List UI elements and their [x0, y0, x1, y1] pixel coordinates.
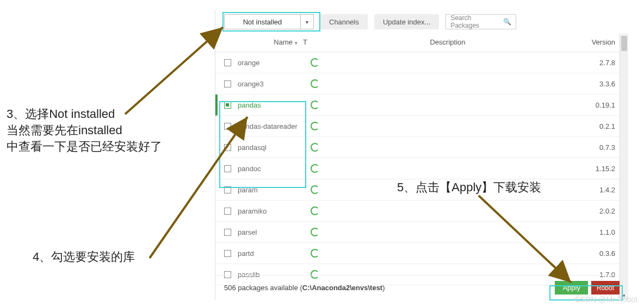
scrollbar-thumb[interactable] [621, 36, 627, 51]
table-row[interactable]: paramiko2.0.2 [215, 201, 628, 222]
package-name: orange3 [238, 80, 308, 88]
loading-icon [311, 249, 319, 258]
checkbox[interactable] [224, 165, 231, 172]
search-placeholder: Search Packages [450, 14, 500, 29]
package-panel: Not installed ▾ Channels Update index...… [215, 10, 628, 300]
table-row[interactable]: orange2.7.8 [215, 52, 628, 73]
annotation-4: 4、勾选要安装的库 [33, 249, 135, 265]
table-header: Name▾ T Description Version [215, 34, 628, 52]
checkbox[interactable] [224, 102, 231, 109]
package-version: 0.7.3 [599, 143, 620, 152]
checkbox[interactable] [224, 123, 231, 130]
checkbox[interactable] [224, 208, 231, 215]
annotation-3: 3、选择Not installed 当然需要先在installed 中查看一下是… [7, 106, 162, 155]
checkbox[interactable] [224, 229, 231, 236]
package-version: 1.1.0 [599, 228, 620, 236]
svg-line-0 [125, 27, 223, 114]
loading-icon [311, 228, 319, 236]
package-version: 0.19.1 [596, 101, 620, 109]
table-row[interactable]: pandoc1.15.2 [215, 158, 628, 179]
package-version: 1.15.2 [596, 165, 620, 173]
package-list: orange2.7.8orange33.3.6pandas0.19.1panda… [215, 52, 628, 286]
loading-icon [311, 122, 319, 130]
loading-icon [311, 101, 319, 109]
package-version: 0.2.1 [599, 122, 620, 130]
package-version: 2.0.2 [599, 207, 620, 215]
package-count: 506 packages available ( [224, 284, 302, 292]
update-index-button[interactable]: Update index... [374, 14, 439, 29]
package-version: 2.7.8 [599, 59, 620, 67]
col-name[interactable]: Name▾ [224, 38, 303, 46]
package-name: paramiko [238, 207, 308, 215]
col-description[interactable]: Description [319, 38, 576, 46]
scrollbar[interactable]: ▾ [620, 34, 628, 300]
checkbox[interactable] [224, 144, 231, 151]
checkbox[interactable] [224, 59, 231, 66]
filter-dropdown[interactable]: Not installed ▾ [224, 14, 314, 29]
package-version: 0.3.6 [599, 249, 620, 258]
package-name: partd [238, 249, 308, 258]
table-row[interactable]: partd0.3.6 [215, 243, 628, 264]
package-name: pandoc [238, 165, 308, 173]
package-name: parsel [238, 228, 308, 236]
filter-label: Not installed [225, 18, 300, 26]
loading-icon [311, 79, 319, 88]
search-input[interactable]: Search Packages 🔍 [445, 14, 516, 29]
package-name: pandas [238, 101, 308, 109]
watermark: CSDN @Mr Robot [575, 295, 637, 304]
package-name: orange [238, 59, 308, 67]
annotation-5: 5、点击【Apply】下载安装 [397, 179, 541, 196]
sort-arrow-icon: ▾ [295, 40, 298, 46]
status-bar: 506 packages available ( C:\Anaconda2\en… [215, 275, 628, 300]
env-path: C:\Anaconda2\envs\test [302, 284, 382, 292]
checkbox[interactable] [224, 80, 231, 87]
loading-icon [311, 143, 319, 152]
package-version: 1.4.2 [599, 186, 620, 194]
checkbox[interactable] [224, 186, 231, 193]
table-row[interactable]: pandas-datareader0.2.1 [215, 116, 628, 137]
package-name: param [238, 186, 308, 194]
loading-icon [311, 185, 319, 194]
table-row[interactable]: orange33.3.6 [215, 73, 628, 95]
search-icon: 🔍 [503, 18, 511, 26]
cancel-button[interactable]: Robot [591, 281, 620, 295]
checkbox[interactable] [224, 250, 231, 257]
col-t[interactable]: T [303, 38, 319, 46]
loading-icon [311, 58, 319, 67]
chevron-down-icon: ▾ [300, 15, 313, 29]
table-row[interactable]: pandas0.19.1 [215, 95, 628, 116]
package-name: pandas-datareader [238, 122, 308, 130]
package-name: pandasql [238, 143, 308, 152]
loading-icon [311, 164, 319, 173]
table-row[interactable]: parsel1.1.0 [215, 222, 628, 243]
package-version: 3.3.6 [599, 80, 620, 88]
loading-icon [311, 206, 319, 215]
table-row[interactable]: pandasql0.7.3 [215, 137, 628, 158]
col-version[interactable]: Version [576, 38, 620, 46]
channels-button[interactable]: Channels [320, 14, 368, 29]
toolbar: Not installed ▾ Channels Update index...… [215, 10, 628, 34]
apply-button[interactable]: Apply [555, 281, 588, 295]
